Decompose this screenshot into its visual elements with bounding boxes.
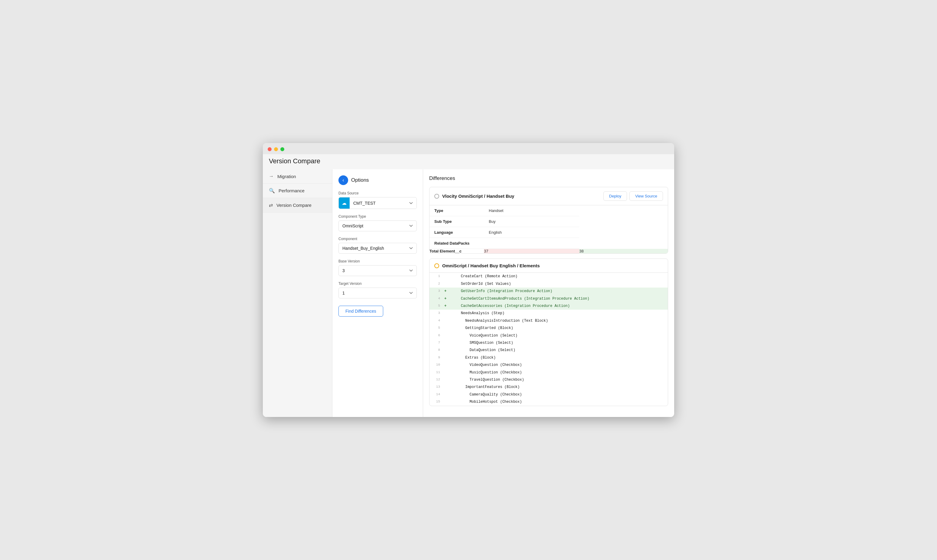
sidebar-item-version-compare-label: Version Compare (277, 203, 312, 208)
line-prefix (443, 325, 450, 326)
line-content: ImportantFeatures (Block) (450, 383, 668, 391)
line-content: VideoQuestion (Checkbox) (450, 362, 668, 369)
line-content: Extras (Block) (450, 354, 668, 362)
code-line: 11 MusicQuestion (Checkbox) (429, 369, 668, 376)
diff-card-1-title: Vlocity OmniScript / Handset Buy (434, 194, 514, 198)
line-content: SMSQuestion (Select) (450, 339, 668, 346)
code-line: 6 VoiceQuestion (Select) (429, 332, 668, 339)
code-line: 4+ CacheGetCartItemsAndProducts (Integra… (429, 295, 668, 302)
line-prefix (443, 376, 450, 377)
minimize-button[interactable] (274, 147, 278, 151)
line-content: MobileHotspot (Checkbox) (450, 398, 668, 406)
base-version-group: Base Version 3 (338, 259, 417, 276)
line-number: 3 (429, 288, 443, 294)
line-prefix (443, 317, 450, 318)
line-prefix (443, 391, 450, 392)
maximize-button[interactable] (280, 147, 284, 151)
line-number: 1 (429, 273, 443, 280)
sidebar-item-version-compare[interactable]: ⇄ Version Compare (263, 198, 332, 212)
close-button[interactable] (268, 147, 272, 151)
line-prefix (443, 346, 450, 348)
data-source-select-wrapper[interactable]: ☁ CMT_TEST (338, 197, 417, 209)
target-version-group: Target Version 1 (338, 282, 417, 298)
total-element-new: 38 (579, 249, 668, 254)
component-select[interactable]: Handset_Buy_English (338, 243, 417, 254)
code-line: 5 GettingStarted (Block) (429, 325, 668, 332)
language-value: English (484, 227, 579, 238)
line-number: 7 (429, 339, 443, 346)
line-prefix (443, 280, 450, 282)
target-version-select[interactable]: 1 (338, 288, 417, 298)
code-area: 1 CreateCart (Remote Action)2 SetOrderId… (429, 273, 668, 406)
titlebar (263, 143, 674, 154)
total-element-key: Total Element__c (429, 249, 484, 254)
diff-card-2-header: OmniScript / Handset Buy English / Eleme… (429, 259, 668, 273)
data-source-label: Data Source (338, 191, 417, 195)
code-line: 1 CreateCart (Remote Action) (429, 273, 668, 280)
code-line: 5+ CacheGetAccessories (Integration Proc… (429, 302, 668, 310)
options-title: Options (351, 177, 369, 183)
view-source-button[interactable]: View Source (629, 191, 663, 201)
differences-panel: Differences Vlocity OmniScript / Handset… (423, 169, 674, 417)
line-prefix (443, 383, 450, 385)
code-line: 7 SMSQuestion (Select) (429, 339, 668, 346)
subtype-key: Sub Type (429, 216, 484, 227)
line-number: 4 (429, 295, 443, 302)
subtype-value: Buy (484, 216, 579, 227)
line-number: 5 (429, 302, 443, 309)
code-line: 3 NeedsAnalysis (Step) (429, 310, 668, 317)
line-prefix (443, 339, 450, 340)
line-prefix (443, 273, 450, 274)
table-row-related-datapacks: Related DataPacks (429, 238, 668, 249)
type-key: Type (429, 205, 484, 216)
line-content: TravelQuestion (Checkbox) (450, 376, 668, 383)
line-content: CacheGetAccessories (Integration Procedu… (450, 302, 668, 310)
diff-card-1: Vlocity OmniScript / Handset Buy Deploy … (429, 187, 668, 254)
line-content: SetOrderId (Set Values) (450, 280, 668, 288)
sidebar-item-performance[interactable]: 🔍 Performance (263, 183, 332, 198)
code-line: 10 VideoQuestion (Checkbox) (429, 362, 668, 369)
options-header: ‹ Options (338, 175, 417, 185)
line-content: NeedsAnalysis (Step) (450, 310, 668, 317)
line-content: GetUserInfo (Integration Procedure Actio… (450, 288, 668, 295)
line-prefix (443, 398, 450, 400)
table-row-type: Type Handset (429, 205, 668, 216)
line-prefix: + (443, 302, 450, 310)
line-content: VoiceQuestion (Select) (450, 332, 668, 339)
back-button[interactable]: ‹ (338, 175, 348, 185)
line-number: 14 (429, 391, 443, 398)
line-number: 4 (429, 317, 443, 324)
line-prefix: + (443, 288, 450, 295)
component-type-label: Component Type (338, 214, 417, 218)
line-number: 8 (429, 346, 443, 354)
find-differences-button[interactable]: Find Differences (338, 306, 383, 317)
code-line: 9 Extras (Block) (429, 354, 668, 362)
code-line: 3+ GetUserInfo (Integration Procedure Ac… (429, 288, 668, 295)
cloud-icon: ☁ (342, 200, 347, 206)
status-circle-1 (434, 194, 439, 198)
table-row-subtype: Sub Type Buy (429, 216, 668, 227)
component-type-select[interactable]: OmniScript (338, 220, 417, 231)
line-prefix (443, 362, 450, 363)
table-row-total-element: Total Element__c 37 38 (429, 249, 668, 254)
line-number: 10 (429, 362, 443, 368)
sidebar: → Migration 🔍 Performance ⇄ Version Comp… (263, 169, 332, 417)
line-number: 3 (429, 310, 443, 317)
app-window: Version Compare → Migration 🔍 Performanc… (263, 143, 674, 417)
differences-header: Differences (429, 175, 668, 182)
status-circle-2 (434, 263, 439, 268)
options-panel: ‹ Options Data Source ☁ CMT_TEST Compone… (332, 169, 423, 417)
code-line: 4 NeedsAnalysisIntroduction (Text Block) (429, 317, 668, 325)
data-source-group: Data Source ☁ CMT_TEST (338, 191, 417, 209)
component-group: Component Handset_Buy_English (338, 237, 417, 254)
diff-card-1-actions: Deploy View Source (603, 191, 663, 201)
line-content: CameraQuality (Checkbox) (450, 391, 668, 398)
data-source-select[interactable]: CMT_TEST (350, 198, 417, 208)
base-version-select[interactable]: 3 (338, 265, 417, 276)
sidebar-item-migration[interactable]: → Migration (263, 169, 332, 183)
sidebar-item-migration-label: Migration (277, 174, 296, 179)
type-value: Handset (484, 205, 579, 216)
related-datapacks-key: Related DataPacks (429, 238, 484, 249)
diff-card-2: OmniScript / Handset Buy English / Eleme… (429, 258, 668, 406)
deploy-button[interactable]: Deploy (603, 191, 627, 201)
